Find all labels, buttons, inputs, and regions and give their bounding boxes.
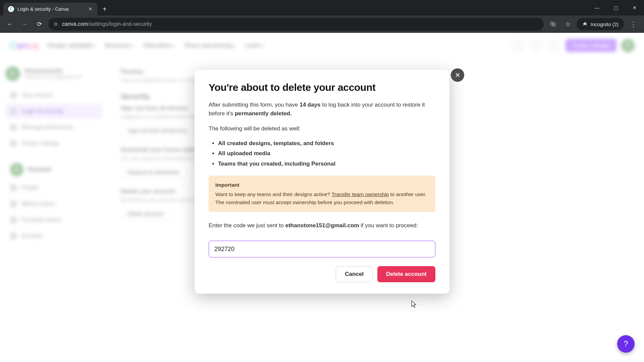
list-item: All uploaded media [218, 149, 435, 158]
transfer-ownership-link[interactable]: Transfer team ownership [331, 191, 389, 197]
delete-account-modal: ✕ You're about to delete your account Af… [195, 70, 449, 294]
url-host: canva.com [62, 21, 88, 27]
new-tab-button[interactable]: + [97, 3, 112, 15]
list-item: All created designs, templates, and fold… [218, 139, 435, 148]
tab-close-icon[interactable]: ✕ [88, 6, 93, 12]
canva-favicon: C [8, 6, 14, 12]
browser-chrome: C Login & security - Canva ✕ + — ▢ ✕ ← →… [0, 0, 644, 33]
nav-reload-icon[interactable]: ⟳ [34, 18, 45, 30]
window-controls: — ▢ ✕ [588, 0, 644, 15]
url-path: /settings/login-and-security [88, 21, 152, 27]
modal-deletion-list: All created designs, templates, and fold… [209, 139, 435, 168]
delete-account-button[interactable]: Delete account [377, 266, 435, 282]
window-close-icon[interactable]: ✕ [625, 0, 644, 15]
modal-title: You're about to delete your account [209, 82, 435, 93]
notice-title: Important [215, 181, 429, 189]
important-notice: Important Want to keep any teams and the… [209, 176, 435, 212]
modal-list-intro: The following will be deleted as well: [209, 124, 435, 133]
incognito-icon [582, 21, 588, 27]
modal-overlay: ✕ You're about to delete your account Af… [0, 33, 644, 362]
browser-tab[interactable]: C Login & security - Canva ✕ [3, 3, 97, 15]
code-instruction: Enter the code we just sent to ethanston… [209, 221, 435, 230]
eye-off-icon[interactable] [547, 18, 559, 30]
cancel-button[interactable]: Cancel [336, 266, 373, 282]
tab-title: Login & security - Canva [17, 6, 85, 12]
incognito-badge[interactable]: Incognito (2) [577, 18, 624, 30]
window-max-icon[interactable]: ▢ [606, 0, 625, 15]
bookmark-star-icon[interactable]: ☆ [562, 18, 574, 30]
window-min-icon[interactable]: — [588, 0, 606, 15]
help-fab-button[interactable]: ? [617, 335, 635, 353]
nav-back-icon[interactable]: ← [4, 18, 15, 30]
verification-code-input[interactable] [209, 241, 435, 257]
address-bar[interactable]: ⚙ canva.com/settings/login-and-security [48, 18, 544, 31]
browser-menu-icon[interactable]: ⋮ [627, 20, 640, 28]
nav-forward-icon: → [19, 18, 30, 30]
modal-close-button[interactable]: ✕ [451, 68, 464, 82]
site-settings-icon[interactable]: ⚙ [54, 21, 58, 27]
list-item: Teams that you created, including Person… [218, 160, 435, 168]
modal-retention-text: After submitting this form, you have 14 … [209, 101, 435, 118]
